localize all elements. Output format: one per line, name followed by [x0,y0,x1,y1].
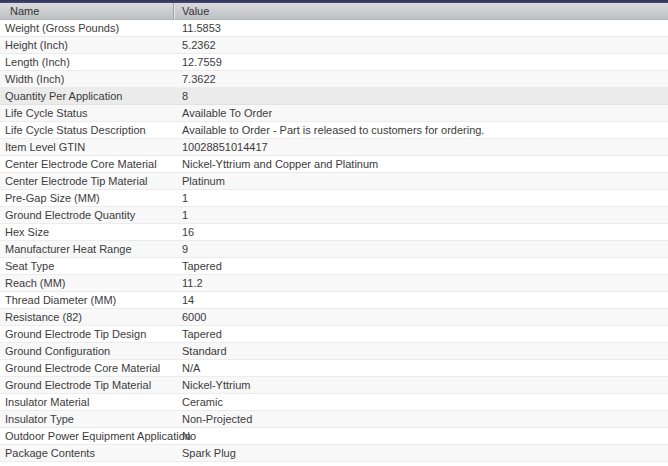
table-row[interactable]: Thread Diameter (MM)14 [0,292,668,309]
table-row[interactable]: Height (Inch)5.2362 [0,37,668,54]
attribute-name: Package Contents [0,447,173,459]
attribute-value: 1 [173,209,668,221]
attribute-name: Manufacturer Heat Range [0,243,173,255]
attribute-value: N/A [173,362,668,374]
attribute-value: 6000 [173,311,668,323]
table-row[interactable]: Hex Size16 [0,224,668,241]
attribute-value: Non-Projected [173,413,668,425]
attribute-name: Center Electrode Tip Material [0,175,173,187]
table-row[interactable]: Manufacturer Heat Range9 [0,241,668,258]
table-row[interactable]: Center Electrode Core MaterialNickel-Ytt… [0,156,668,173]
attribute-name: Ground Configuration [0,345,173,357]
attribute-value: 9 [173,243,668,255]
attribute-value: 11.2 [173,277,668,289]
attribute-value: 5.2362 [173,39,668,51]
table-header-row: Name Value [0,3,668,20]
attribute-value: Available to Order - Part is released to… [173,124,668,136]
attribute-name: Life Cycle Status [0,107,173,119]
attribute-name: Item Level GTIN [0,141,173,153]
attribute-name: Resistance (82) [0,311,173,323]
attribute-value: 11.5853 [173,22,668,34]
attribute-name: Length (Inch) [0,56,173,68]
attributes-table: Name Value Weight (Gross Pounds)11.5853H… [0,0,668,462]
table-row[interactable]: Ground ConfigurationStandard [0,343,668,360]
table-row[interactable]: Item Level GTIN10028851014417 [0,139,668,156]
table-row[interactable]: Center Electrode Tip MaterialPlatinum [0,173,668,190]
table-row[interactable]: Life Cycle Status DescriptionAvailable t… [0,122,668,139]
table-row[interactable]: Insulator TypeNon-Projected [0,411,668,428]
table-row[interactable]: Ground Electrode Tip MaterialNickel-Yttr… [0,377,668,394]
attribute-name: Ground Electrode Core Material [0,362,173,374]
attribute-value: Nickel-Yttrium [173,379,668,391]
table-body: Weight (Gross Pounds)11.5853Height (Inch… [0,20,668,462]
attribute-name: Reach (MM) [0,277,173,289]
attribute-value: 16 [173,226,668,238]
table-row[interactable]: Length (Inch)12.7559 [0,54,668,71]
attribute-value: Available To Order [173,107,668,119]
attribute-value: 12.7559 [173,56,668,68]
table-row[interactable]: Reach (MM)11.2 [0,275,668,292]
attribute-name: Insulator Material [0,396,173,408]
attribute-value: Spark Plug [173,447,668,459]
table-row[interactable]: Quantity Per Application8 [0,88,668,105]
table-row[interactable]: Insulator MaterialCeramic [0,394,668,411]
attribute-name: Insulator Type [0,413,173,425]
table-row[interactable]: Seat TypeTapered [0,258,668,275]
attribute-value: 7.3622 [173,73,668,85]
table-row[interactable]: Weight (Gross Pounds)11.5853 [0,20,668,37]
attribute-name: Height (Inch) [0,39,173,51]
attribute-name: Outdoor Power Equipment Application [0,430,173,442]
attribute-value: 1 [173,192,668,204]
table-row[interactable]: Width (Inch)7.3622 [0,71,668,88]
attribute-value: Tapered [173,260,668,272]
table-row[interactable]: Life Cycle StatusAvailable To Order [0,105,668,122]
attribute-value: Nickel-Yttrium and Copper and Platinum [173,158,668,170]
attribute-value: 8 [173,90,668,102]
table-row[interactable]: Ground Electrode Quantity1 [0,207,668,224]
attribute-value: Standard [173,345,668,357]
attribute-name: Ground Electrode Tip Design [0,328,173,340]
attribute-name: Ground Electrode Quantity [0,209,173,221]
attribute-name: Life Cycle Status Description [0,124,173,136]
column-header-name[interactable]: Name [0,3,173,19]
attribute-name: Center Electrode Core Material [0,158,173,170]
table-row[interactable]: Resistance (82)6000 [0,309,668,326]
table-row[interactable]: Pre-Gap Size (MM)1 [0,190,668,207]
attribute-name: Pre-Gap Size (MM) [0,192,173,204]
attribute-value: Tapered [173,328,668,340]
table-row[interactable]: Ground Electrode Tip DesignTapered [0,326,668,343]
attribute-name: Thread Diameter (MM) [0,294,173,306]
attribute-value: 10028851014417 [173,141,668,153]
column-header-value[interactable]: Value [173,3,668,19]
attribute-name: Width (Inch) [0,73,173,85]
table-row[interactable]: Package ContentsSpark Plug [0,445,668,462]
attribute-value: Platinum [173,175,668,187]
attribute-name: Hex Size [0,226,173,238]
attribute-value: 14 [173,294,668,306]
table-row[interactable]: Ground Electrode Core MaterialN/A [0,360,668,377]
attribute-name: Seat Type [0,260,173,272]
attribute-name: Quantity Per Application [0,90,173,102]
attribute-name: Ground Electrode Tip Material [0,379,173,391]
table-row[interactable]: Outdoor Power Equipment ApplicationNo [0,428,668,445]
attribute-value: Ceramic [173,396,668,408]
attribute-name: Weight (Gross Pounds) [0,22,173,34]
attribute-value: No [173,430,668,442]
